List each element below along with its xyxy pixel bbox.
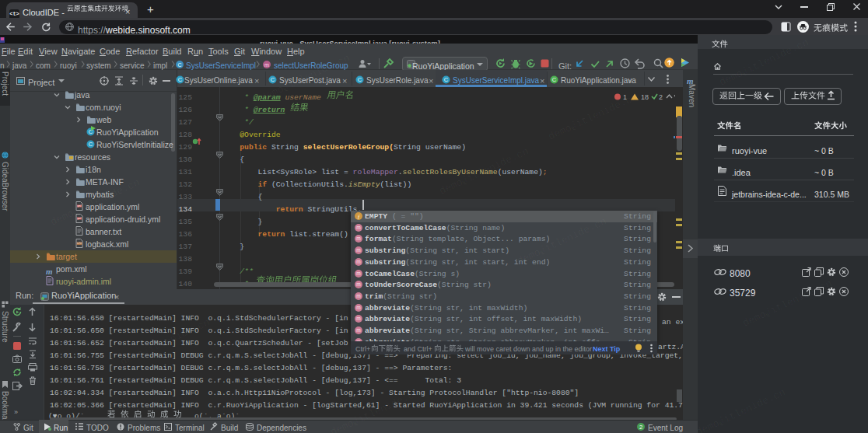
svg-text:m: m <box>356 247 360 253</box>
svg-text:</>: </> <box>77 242 82 245</box>
svg-text:yml: yml <box>78 217 82 220</box>
svg-text:C: C <box>552 76 557 83</box>
svg-text:m: m <box>356 225 360 230</box>
svg-text:2: 2 <box>639 424 642 431</box>
svg-text:m: m <box>356 259 360 264</box>
svg-text:C: C <box>89 141 93 148</box>
svg-text:C: C <box>177 62 181 68</box>
svg-text:C: C <box>358 76 362 83</box>
svg-text:C: C <box>444 76 449 83</box>
svg-text:m: m <box>356 327 360 333</box>
svg-text:m: m <box>356 293 360 299</box>
svg-text:18: 18 <box>641 93 649 101</box>
svg-text:m: m <box>356 282 360 288</box>
svg-text:m: m <box>356 271 360 276</box>
svg-text:2: 2 <box>659 93 663 101</box>
svg-text:m: m <box>356 316 360 322</box>
svg-text:m: m <box>264 62 269 68</box>
svg-text:m: m <box>356 305 360 310</box>
svg-text:C: C <box>178 76 183 83</box>
svg-text:m: m <box>356 236 360 242</box>
